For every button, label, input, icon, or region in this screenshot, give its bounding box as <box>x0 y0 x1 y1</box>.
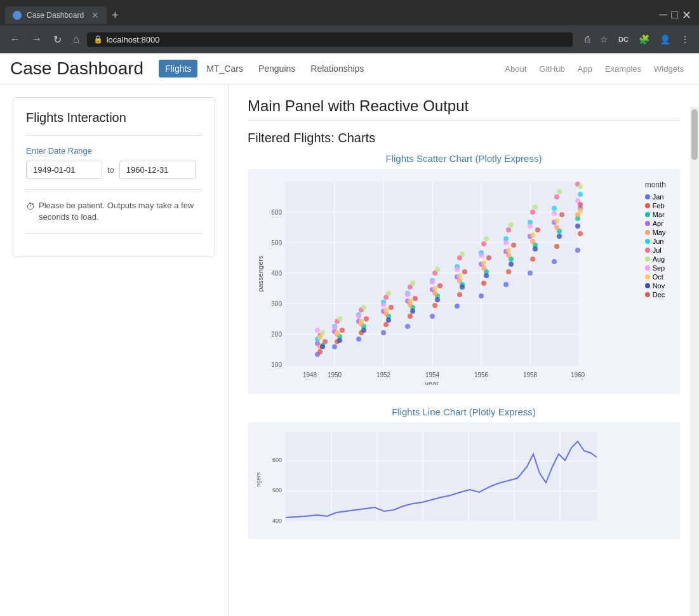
svg-point-84 <box>410 309 415 314</box>
svg-point-123 <box>506 269 511 274</box>
svg-point-144 <box>533 246 538 251</box>
svg-point-159 <box>578 231 583 236</box>
legend-dot-nov <box>645 283 650 288</box>
new-tab-button[interactable]: + <box>107 6 124 25</box>
menu-button[interactable]: ⋮ <box>677 32 693 46</box>
scatter-chart-container: passengers 100 200 300 400 500 600 1948 … <box>248 169 680 394</box>
svg-point-133 <box>511 243 516 248</box>
legend-title: month <box>645 180 666 189</box>
svg-point-157 <box>559 212 564 217</box>
window-maximize[interactable]: □ <box>671 8 678 22</box>
sub-link-app[interactable]: App <box>573 62 597 76</box>
svg-point-154 <box>552 211 557 216</box>
svg-point-155 <box>554 218 559 224</box>
browser-toolbar: ← → ↻ ⌂ 🔒 localhost:8000 ⎙ ☆ DC 🧩 👤 ⋮ <box>0 25 699 53</box>
scrollbar[interactable] <box>690 107 699 616</box>
svg-text:200: 200 <box>271 331 282 338</box>
main-panel-title: Main Panel with Reactive Output <box>248 97 680 115</box>
svg-text:1960: 1960 <box>571 372 585 378</box>
svg-point-116 <box>481 241 486 246</box>
extensions-button[interactable]: 🧩 <box>636 32 653 46</box>
share-button[interactable]: ⎙ <box>582 32 593 46</box>
sub-link-about[interactable]: About <box>500 62 531 76</box>
refresh-button[interactable]: ↻ <box>50 31 65 48</box>
svg-rect-0 <box>286 182 578 366</box>
legend-dot-mar <box>645 212 650 217</box>
svg-point-146 <box>552 259 557 264</box>
svg-point-90 <box>432 291 437 296</box>
legend-dot-jun <box>645 239 650 244</box>
svg-point-96 <box>435 297 440 302</box>
tab-flights[interactable]: Flights <box>159 60 197 77</box>
svg-point-147 <box>554 244 559 249</box>
svg-point-99 <box>457 292 462 297</box>
svg-point-95 <box>432 286 437 291</box>
legend-dot-jan <box>645 194 650 199</box>
legend-dec: Dec <box>645 291 666 298</box>
sidebar-divider-2 <box>26 189 202 190</box>
tab-close-button[interactable]: ✕ <box>91 10 99 20</box>
tab-relationships[interactable]: Relationships <box>304 60 370 77</box>
tab-penguins[interactable]: Penguins <box>252 60 302 77</box>
svg-text:400: 400 <box>271 270 282 277</box>
svg-point-153 <box>557 189 562 194</box>
svg-point-63 <box>383 322 389 327</box>
back-button[interactable]: ← <box>6 31 24 48</box>
forward-button[interactable]: → <box>28 31 46 48</box>
date-inputs-group: to <box>26 161 202 179</box>
svg-point-45 <box>337 316 342 321</box>
sub-link-widgets[interactable]: Widgets <box>649 62 689 76</box>
legend-may: May <box>645 229 666 236</box>
svg-point-132 <box>509 262 514 267</box>
svg-point-58 <box>356 314 361 319</box>
svg-text:500: 500 <box>271 239 282 246</box>
svg-point-138 <box>530 239 535 244</box>
window-minimize[interactable]: ─ <box>659 8 667 22</box>
svg-text:passengers: passengers <box>256 255 264 291</box>
svg-point-165 <box>578 184 583 189</box>
window-close[interactable]: ✕ <box>682 8 691 22</box>
svg-point-85 <box>413 296 418 301</box>
svg-point-61 <box>364 316 369 321</box>
date-end-input[interactable] <box>119 161 196 179</box>
svg-point-36 <box>320 344 325 349</box>
tab-mt-cars[interactable]: MT_Cars <box>200 60 250 77</box>
loading-notice: ⏱ Please be patient. Outputs may take a … <box>26 200 202 223</box>
tab-title: Case Dashboard <box>27 11 84 20</box>
svg-text:100: 100 <box>271 361 282 368</box>
svg-point-48 <box>337 338 342 343</box>
svg-point-135 <box>530 257 535 262</box>
top-navigation: Case Dashboard Flights MT_Cars Penguins … <box>0 53 699 84</box>
sidebar-title: Flights Interaction <box>26 110 202 125</box>
svg-point-97 <box>437 283 443 288</box>
legend-dot-oct <box>645 274 650 279</box>
home-button[interactable]: ⌂ <box>69 31 83 48</box>
svg-text:600: 600 <box>271 209 282 216</box>
date-range-label: Enter Date Range <box>26 146 202 156</box>
bookmark-button[interactable]: ☆ <box>597 32 611 46</box>
svg-rect-170 <box>286 432 597 521</box>
svg-point-71 <box>383 307 389 312</box>
profile-button[interactable]: 👤 <box>656 32 674 46</box>
svg-point-83 <box>408 298 413 304</box>
sub-link-github[interactable]: GitHub <box>534 62 569 76</box>
svg-point-120 <box>484 273 489 278</box>
svg-text:year: year <box>425 380 439 385</box>
legend-dot-may <box>645 230 650 235</box>
page-title: Case Dashboard <box>10 58 143 79</box>
date-start-input[interactable] <box>26 161 102 179</box>
svg-text:1952: 1952 <box>376 372 391 378</box>
svg-point-163 <box>578 192 583 197</box>
svg-point-73 <box>389 305 394 310</box>
svg-point-94 <box>430 279 435 285</box>
main-panel: Main Panel with Reactive Output Filtered… <box>229 84 699 616</box>
svg-point-106 <box>455 267 460 272</box>
scrollbar-thumb[interactable] <box>691 109 698 160</box>
address-bar[interactable]: 🔒 localhost:8000 <box>87 32 573 47</box>
svg-point-156 <box>557 234 562 239</box>
extension-dc[interactable]: DC <box>615 34 632 45</box>
sub-link-examples[interactable]: Examples <box>600 62 646 76</box>
active-tab[interactable]: Case Dashboard ✕ <box>5 6 107 24</box>
legend-feb: Feb <box>645 202 666 210</box>
scatter-chart-svg: passengers 100 200 300 400 500 600 1948 … <box>254 175 609 385</box>
